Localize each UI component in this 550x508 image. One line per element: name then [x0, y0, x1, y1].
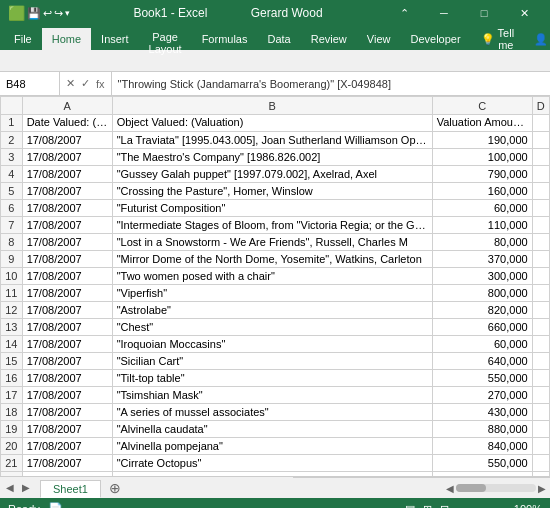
cell-c[interactable]: 840,000	[432, 438, 532, 455]
cell-d[interactable]	[532, 472, 549, 477]
cell-d[interactable]	[532, 268, 549, 285]
cell-d[interactable]	[532, 217, 549, 234]
col-header-a[interactable]: A	[22, 97, 112, 115]
cell-a[interactable]: 17/08/2007	[22, 285, 112, 302]
insert-function-icon[interactable]: fx	[94, 78, 107, 90]
cell-c[interactable]: 800,000	[432, 285, 532, 302]
cell-d[interactable]	[532, 387, 549, 404]
cell-a[interactable]: 17/08/2007	[22, 132, 112, 149]
tell-me-btn[interactable]: 💡 Tell me	[471, 28, 525, 50]
h-scrollbar-left[interactable]: ◀	[446, 483, 454, 494]
cell-a[interactable]: 17/08/2007	[22, 217, 112, 234]
cell-b[interactable]: "Futurist Composition"	[112, 200, 432, 217]
cell-c[interactable]: 300,000	[432, 268, 532, 285]
cell-c[interactable]: 550,000	[432, 455, 532, 472]
cell-d[interactable]	[532, 421, 549, 438]
cell-c[interactable]: 660,000	[432, 319, 532, 336]
cell-c[interactable]: 110,000	[432, 217, 532, 234]
cell-b[interactable]: "Viperfish"	[112, 285, 432, 302]
cell-b[interactable]: "Intermediate Stages of Bloom, from "Vic…	[112, 217, 432, 234]
cell-b[interactable]: "Chest"	[112, 319, 432, 336]
cell-a[interactable]: 17/08/2007	[22, 200, 112, 217]
cell-d[interactable]	[532, 319, 549, 336]
cell-b[interactable]: "Tsimshian Mask"	[112, 387, 432, 404]
tab-formulas[interactable]: Formulas	[192, 28, 258, 50]
cell-a[interactable]: 17/08/2007	[22, 404, 112, 421]
cell-d[interactable]	[532, 132, 549, 149]
cell-d[interactable]	[532, 251, 549, 268]
page-layout-btn[interactable]: ⊞	[423, 503, 432, 509]
cell-d[interactable]	[532, 404, 549, 421]
tab-review[interactable]: Review	[301, 28, 357, 50]
cell-a[interactable]: 17/08/2007	[22, 166, 112, 183]
cell-d[interactable]	[532, 438, 549, 455]
formula-content[interactable]: "Throwing Stick (Jandamarra's Boomerang)…	[112, 78, 550, 90]
cell-d[interactable]	[532, 200, 549, 217]
cell-b[interactable]: "Crossing the Pasture", Homer, Winslow	[112, 183, 432, 200]
tab-developer[interactable]: Developer	[400, 28, 470, 50]
account-btn[interactable]: 👤	[524, 28, 550, 50]
cell-a[interactable]: 17/08/2007	[22, 302, 112, 319]
tab-view[interactable]: View	[357, 28, 401, 50]
cell-b[interactable]: "Mirror Dome of the North Dome, Yosemite…	[112, 251, 432, 268]
cell-a[interactable]: 17/08/2007	[22, 336, 112, 353]
cell-b[interactable]: "Tilt-top table"	[112, 370, 432, 387]
tab-file[interactable]: File	[4, 28, 42, 50]
cell-c[interactable]: 270,000	[432, 387, 532, 404]
sheet-tab-sheet1[interactable]: Sheet1	[40, 480, 101, 498]
cell-c[interactable]: 190,000	[432, 132, 532, 149]
cell-c[interactable]: 100,000	[432, 149, 532, 166]
add-sheet-btn[interactable]: ⊕	[103, 478, 127, 498]
cell-a[interactable]: 17/08/2007	[22, 472, 112, 477]
cell-d[interactable]	[532, 370, 549, 387]
maximize-btn[interactable]: □	[466, 0, 502, 26]
cell-b[interactable]: "Frullania pycnantha epiphyll"	[112, 472, 432, 477]
cell-c[interactable]: 60,000	[432, 336, 532, 353]
cell-b[interactable]: "The Maestro's Company" [1986.826.002]	[112, 149, 432, 166]
cell-c[interactable]: 640,000	[432, 353, 532, 370]
h-scrollbar-right[interactable]: ▶	[538, 483, 546, 494]
tab-page-layout[interactable]: Page Layout	[139, 28, 192, 50]
cell-b[interactable]: "Lost in a Snowstorm - We Are Friends", …	[112, 234, 432, 251]
cell-b[interactable]: "Cirrate Octopus"	[112, 455, 432, 472]
cell-d[interactable]	[532, 183, 549, 200]
col-header-c[interactable]: C	[432, 97, 532, 115]
cell-d[interactable]	[532, 302, 549, 319]
cell-a[interactable]: 17/08/2007	[22, 234, 112, 251]
cell-a[interactable]: 17/08/2007	[22, 421, 112, 438]
cell-b[interactable]: "Alvinella pompejana"	[112, 438, 432, 455]
tab-home[interactable]: Home	[42, 28, 91, 50]
cell-c[interactable]: 80,000	[432, 234, 532, 251]
scroll-left-btn[interactable]: ◀	[4, 482, 16, 493]
cell-d[interactable]	[532, 234, 549, 251]
cell-b[interactable]: Object Valued: (Valuation)	[112, 115, 432, 132]
cell-b[interactable]: "Alvinella caudata"	[112, 421, 432, 438]
confirm-formula-icon[interactable]: ✓	[79, 77, 92, 90]
zoom-slider[interactable]: ─────●─	[457, 504, 506, 509]
cell-b[interactable]: "La Traviata" [1995.043.005], Joan Suthe…	[112, 132, 432, 149]
cell-c[interactable]: 360,000	[432, 472, 532, 477]
cell-a[interactable]: 17/08/2007	[22, 183, 112, 200]
scroll-right-btn[interactable]: ▶	[20, 482, 32, 493]
cancel-formula-icon[interactable]: ✕	[64, 77, 77, 90]
ribbon-hide-btn[interactable]: ⌃	[386, 0, 422, 26]
cell-b[interactable]: "A series of mussel associates"	[112, 404, 432, 421]
cell-a[interactable]: 17/08/2007	[22, 268, 112, 285]
save-quick-btn[interactable]: 💾	[27, 7, 41, 20]
cell-c[interactable]: Valuation Amount: (Valuation)	[432, 115, 532, 132]
cell-c[interactable]: 160,000	[432, 183, 532, 200]
minimize-btn[interactable]: ─	[426, 0, 462, 26]
cell-d[interactable]	[532, 285, 549, 302]
cell-a[interactable]: 17/08/2007	[22, 370, 112, 387]
cell-a[interactable]: 17/08/2007	[22, 455, 112, 472]
cell-a[interactable]: 17/08/2007	[22, 149, 112, 166]
cell-a[interactable]: 17/08/2007	[22, 319, 112, 336]
cell-a[interactable]: 17/08/2007	[22, 251, 112, 268]
cell-a[interactable]: Date Valued: (Valuation)	[22, 115, 112, 132]
cell-d[interactable]	[532, 115, 549, 132]
cell-reference[interactable]: B48	[0, 72, 60, 95]
cell-c[interactable]: 430,000	[432, 404, 532, 421]
page-break-btn[interactable]: ⊟	[440, 503, 449, 509]
cell-c[interactable]: 820,000	[432, 302, 532, 319]
cell-c[interactable]: 370,000	[432, 251, 532, 268]
